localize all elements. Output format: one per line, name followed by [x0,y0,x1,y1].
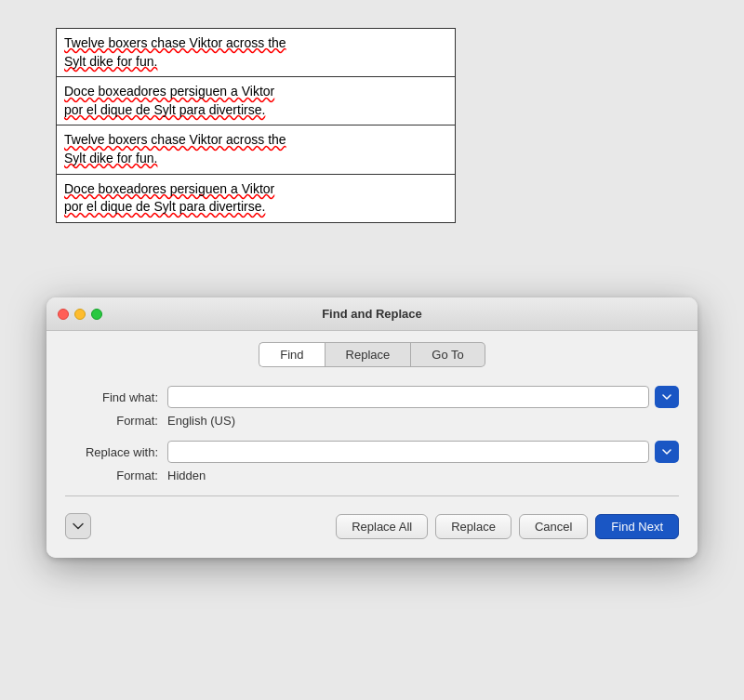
close-button[interactable] [58,309,69,320]
cell-text: Doce boxeadores persiguen a Viktor [64,84,274,99]
replace-with-row: Replace with: [65,441,679,463]
find-what-row: Find what: [65,386,679,408]
find-what-dropdown-button[interactable] [655,386,679,408]
replace-format-value: Hidden [167,469,206,482]
table-row: Doce boxeadores persiguen a Viktor por e… [57,77,456,125]
tab-goto[interactable]: Go To [411,342,485,367]
tab-find[interactable]: Find [259,342,324,367]
cancel-button[interactable]: Cancel [519,514,588,539]
document-area: Twelve boxers chase Viktor across the Sy… [56,28,456,223]
chevron-down-icon [73,522,84,530]
tab-replace[interactable]: Replace [325,342,412,367]
table-cell: Twelve boxers chase Viktor across the Sy… [57,29,456,77]
table-row: Twelve boxers chase Viktor across the Sy… [57,125,456,174]
find-what-input-container [167,386,679,408]
chevron-down-icon [662,449,671,455]
replace-format-label: Format: [65,469,167,482]
maximize-button[interactable] [91,309,102,320]
find-format-row: Format: English (US) [65,414,679,428]
button-row: Replace All Replace Cancel Find Next [65,509,679,539]
dialog-tabs: Find Replace Go To [46,331,698,375]
dialog-titlebar: Find and Replace [46,297,698,331]
dialog-content: Find what: Format: English (US) Replace … [46,375,698,558]
find-format-label: Format: [65,414,167,428]
replace-button[interactable]: Replace [435,514,512,539]
replace-with-input[interactable] [167,441,649,463]
document-table: Twelve boxers chase Viktor across the Sy… [56,28,456,223]
table-cell: Doce boxeadores persiguen a Viktor por e… [57,174,456,222]
cell-text: por el dique de Sylt para divertirse. [64,199,265,214]
cell-text: Sylt dike for fun. [64,54,157,69]
cell-text: Twelve boxers chase Viktor across the [64,35,286,50]
cell-text: Twelve boxers chase Viktor across the [64,132,286,147]
expand-button[interactable] [65,513,91,539]
find-what-label: Find what: [65,390,167,404]
table-cell: Doce boxeadores persiguen a Viktor por e… [57,77,456,125]
table-cell: Twelve boxers chase Viktor across the Sy… [57,125,456,174]
find-replace-dialog: Find and Replace Find Replace Go To Find… [46,297,698,558]
minimize-button[interactable] [74,309,86,320]
dialog-title: Find and Replace [322,307,422,321]
cell-text: Doce boxeadores persiguen a Viktor [64,181,274,196]
replace-all-button[interactable]: Replace All [336,514,428,539]
dialog-divider [65,495,679,496]
cell-text: por el dique de Sylt para divertirse. [64,102,265,117]
traffic-lights [58,309,102,320]
replace-with-input-container [167,441,679,463]
replace-format-row: Format: Hidden [65,469,679,482]
cell-text: Sylt dike for fun. [64,151,157,165]
replace-with-label: Replace with: [65,445,167,459]
find-format-value: English (US) [167,414,235,428]
table-row: Twelve boxers chase Viktor across the Sy… [57,29,456,77]
find-next-button[interactable]: Find Next [595,514,679,539]
table-row: Doce boxeadores persiguen a Viktor por e… [57,174,456,222]
replace-with-dropdown-button[interactable] [655,441,679,463]
find-what-input[interactable] [167,386,649,408]
chevron-down-icon [662,394,671,400]
